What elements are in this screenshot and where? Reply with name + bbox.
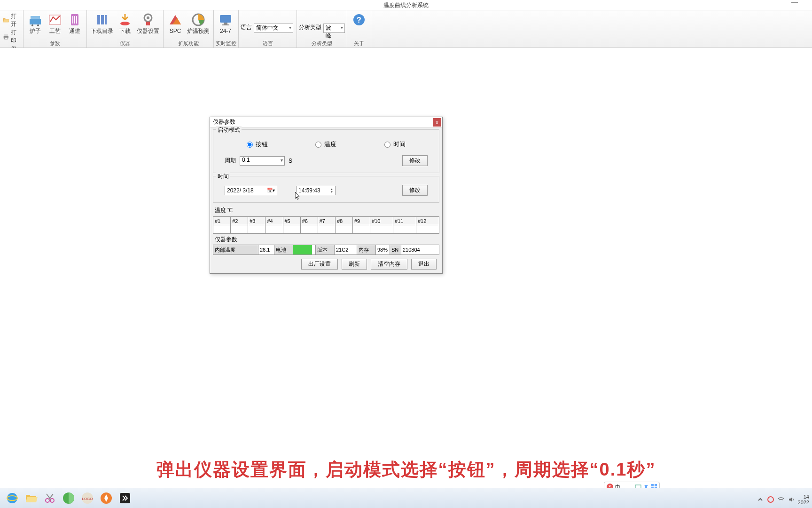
temp-header: #1 — [213, 217, 231, 225]
svg-rect-33 — [651, 484, 654, 486]
exit-button[interactable]: 退出 — [411, 259, 437, 270]
svg-rect-13 — [74, 16, 75, 24]
spin-icon[interactable]: ▲▼ — [330, 188, 333, 193]
instrument-settings-button[interactable]: 仪器设置 — [135, 11, 161, 35]
svg-rect-6 — [30, 19, 41, 24]
furnace-button[interactable]: 炉子 — [25, 11, 45, 35]
cycle-unit: S — [289, 158, 292, 164]
spc-button[interactable]: SPC — [165, 11, 185, 35]
taskbar: LOGO — [0, 488, 812, 508]
minimize-icon[interactable] — [791, 2, 798, 3]
temp-cell — [370, 225, 393, 234]
sn-label: SN — [390, 245, 401, 254]
volume-icon[interactable] — [788, 496, 795, 503]
group-label-lang: 语言 — [241, 40, 295, 48]
sn-value: 210804 — [401, 245, 439, 254]
download-dir-button[interactable]: 下载目录 — [89, 11, 115, 35]
lang-combo[interactable]: 简体中文 — [254, 24, 293, 33]
svg-rect-15 — [97, 15, 100, 24]
temp-table: #1#2#3#4#5#6#7#8#9#10#11#12 — [213, 216, 439, 234]
radio-time-mode[interactable]: 时间 — [384, 140, 406, 149]
realtime-button[interactable]: 24-7 — [216, 11, 235, 35]
svg-rect-7 — [31, 16, 40, 19]
svg-point-46 — [768, 497, 773, 502]
temp-header: #7 — [318, 217, 335, 225]
params-row: 内部温度 26.1 电池 版本 21C2 内存 98% SN 210804 — [213, 245, 439, 255]
lang-label: 语言 — [241, 24, 252, 32]
chevron-up-icon[interactable] — [757, 496, 764, 503]
wifi-icon[interactable] — [777, 496, 785, 503]
svg-rect-27 — [222, 24, 229, 25]
browser2-icon[interactable] — [99, 491, 113, 505]
svg-point-8 — [31, 24, 33, 26]
print-button[interactable]: 打印 — [2, 29, 21, 45]
about-button[interactable]: ? — [349, 11, 369, 29]
analysis-combo[interactable]: 波峰 — [323, 24, 345, 33]
sync-icon[interactable] — [767, 496, 774, 503]
svg-text:LOGO: LOGO — [82, 497, 93, 501]
process-button[interactable]: 工艺 — [45, 11, 65, 35]
svg-rect-17 — [105, 15, 107, 24]
group-label-instr: 仪器 — [89, 40, 161, 48]
app-icon[interactable]: LOGO — [80, 491, 94, 505]
temp-cell — [213, 225, 231, 234]
temp-header: #2 — [231, 217, 248, 225]
temp-cell — [300, 225, 318, 234]
temp-header: #12 — [416, 217, 439, 225]
temp-header: #9 — [353, 217, 370, 225]
time-modify-button[interactable]: 修改 — [402, 185, 428, 196]
factory-button[interactable]: 出厂设置 — [301, 259, 338, 270]
tutorial-caption: 弹出仪器设置界面，启动模式选择“按钮”，周期选择“0.1秒” — [0, 452, 812, 487]
temp-cell — [393, 225, 416, 234]
temp-cell — [335, 225, 352, 234]
version-value: 21C2 — [335, 245, 357, 254]
temp-label: 温度 ℃ — [213, 206, 439, 215]
refresh-button[interactable]: 刷新 — [342, 259, 367, 270]
predict-button[interactable]: 炉温预测 — [185, 11, 211, 35]
start-mode-fieldset: 启动模式 按钮 温度 时间 周期 0.1 S 修改 — [213, 129, 439, 173]
clear-memory-button[interactable]: 清空内存 — [371, 259, 407, 270]
tray-time[interactable]: 14 — [798, 494, 809, 500]
date-input[interactable]: 2022/ 3/18📅▾ — [225, 186, 277, 195]
battery-label: 电池 — [274, 245, 293, 254]
svg-point-9 — [37, 24, 39, 26]
instrument-params-dialog: 仪器参数 x 启动模式 按钮 温度 时间 周期 0.1 S 修改 时间 2022… — [210, 117, 443, 274]
explorer-icon[interactable] — [24, 491, 38, 505]
window-titlebar: 温度曲线分析系统 — [0, 0, 812, 10]
memory-value: 98% — [376, 245, 390, 254]
download-button[interactable]: 下载 — [115, 11, 135, 35]
cycle-select[interactable]: 0.1 — [240, 156, 285, 166]
temp-header: #5 — [283, 217, 300, 225]
radio-temp-mode[interactable]: 温度 — [315, 140, 336, 149]
svg-rect-34 — [655, 484, 657, 486]
svg-rect-12 — [72, 16, 73, 24]
temp-cell — [416, 225, 439, 234]
temp-cell — [248, 225, 265, 234]
temp-cell — [265, 225, 283, 234]
ie-icon[interactable] — [5, 491, 19, 505]
dialog-titlebar: 仪器参数 x — [210, 117, 442, 127]
open-button[interactable]: 打开 — [2, 12, 21, 28]
version-label: 版本 — [316, 245, 335, 254]
temp-cell — [283, 225, 300, 234]
svg-point-37 — [7, 493, 17, 503]
tray-date[interactable]: 2022 — [798, 500, 809, 505]
group-label-ext: 扩展功能 — [165, 40, 211, 48]
close-icon[interactable]: x — [433, 118, 441, 127]
analysis-label: 分析类型 — [299, 24, 321, 32]
dialog-title: 仪器参数 — [213, 118, 235, 126]
channel-button[interactable]: 通道 — [65, 11, 85, 35]
time-input[interactable]: 14:59:43▲▼ — [296, 186, 336, 195]
browser-icon[interactable] — [62, 491, 76, 505]
temp-cell — [318, 225, 335, 234]
editor-icon[interactable] — [118, 491, 132, 505]
temp-cell — [231, 225, 248, 234]
svg-rect-25 — [220, 15, 231, 23]
cycle-modify-button[interactable]: 修改 — [402, 155, 428, 166]
snip-icon[interactable] — [43, 491, 57, 505]
system-tray: 14 2022 — [757, 494, 809, 505]
group-label-about: 关于 — [349, 40, 369, 48]
group-label-monitor: 实时监控 — [216, 40, 236, 48]
radio-button-mode[interactable]: 按钮 — [247, 140, 268, 149]
calendar-icon[interactable]: 📅▾ — [267, 188, 275, 193]
